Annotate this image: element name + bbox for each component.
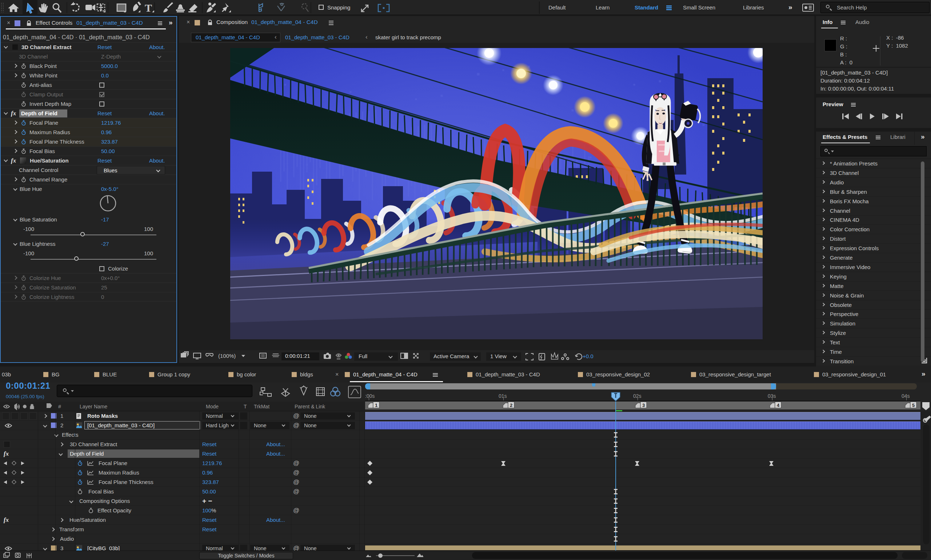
svg-text:3: 3 (642, 403, 645, 408)
svg-text:0:00:01:21: 0:00:01:21 (285, 353, 310, 359)
svg-text:2: 2 (510, 403, 512, 408)
svg-text:T: T (145, 2, 152, 14)
svg-text:4: 4 (777, 403, 780, 408)
svg-text:5: 5 (912, 403, 915, 408)
svg-text:1: 1 (375, 403, 377, 408)
svg-text:(100%): (100%) (218, 353, 235, 359)
